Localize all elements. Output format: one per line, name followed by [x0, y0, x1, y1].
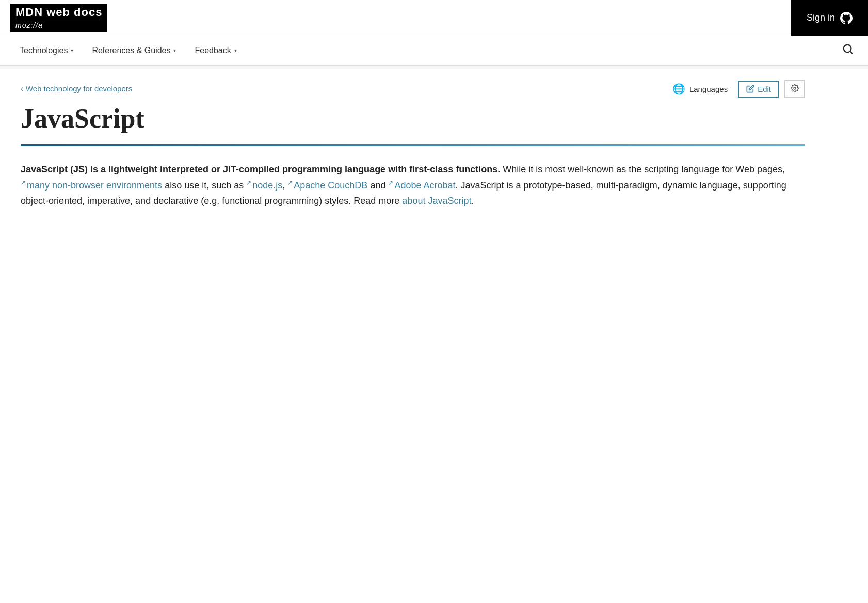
nav-technologies-label: Technologies — [20, 46, 68, 55]
search-button[interactable] — [838, 39, 858, 61]
languages-label: Languages — [689, 85, 728, 93]
intro-text-1: While it is most well-known as the scrip… — [500, 164, 785, 174]
edit-button[interactable]: Edit — [738, 81, 779, 98]
chevron-down-icon: ▾ — [234, 47, 237, 53]
nav-separator — [0, 65, 868, 69]
languages-button[interactable]: 🌐 Languages — [667, 80, 733, 98]
pencil-icon — [746, 85, 754, 93]
svg-line-1 — [850, 51, 852, 53]
gear-icon — [791, 84, 799, 92]
intro-bold: JavaScript (JS) is a lightweight interpr… — [21, 164, 500, 174]
intro-text-6: . — [471, 196, 474, 206]
many-non-browser-link[interactable]: many non-browser environments — [21, 180, 162, 191]
nav-items: Technologies ▾ References & Guides ▾ Fee… — [10, 36, 246, 65]
page-actions: 🌐 Languages Edit — [667, 80, 805, 98]
chevron-down-icon: ▾ — [173, 47, 176, 53]
logo-mdn: MDN web docs — [15, 6, 102, 19]
breadcrumb-link[interactable]: Web technology for developers — [21, 84, 132, 93]
nodejs-link[interactable]: node.js — [246, 180, 282, 191]
languages-icon: 🌐 — [672, 83, 685, 95]
sign-in-button[interactable]: Sign in — [791, 0, 868, 36]
article-body: JavaScript (JS) is a lightweight interpr… — [21, 162, 805, 209]
nav-feedback-label: Feedback — [195, 46, 231, 55]
logo-box[interactable]: MDN web docs moz://a — [10, 4, 107, 31]
page-title: JavaScript — [21, 103, 805, 134]
intro-text-3: , — [282, 180, 287, 191]
intro-paragraph: JavaScript (JS) is a lightweight interpr… — [21, 162, 805, 209]
adobe-acrobat-link[interactable]: Adobe Acrobat — [388, 180, 455, 191]
nav-references-label: References & Guides — [92, 46, 170, 55]
search-icon — [842, 43, 854, 55]
logo-area: MDN web docs moz://a — [0, 0, 118, 37]
settings-button[interactable] — [784, 80, 805, 98]
title-divider — [21, 144, 805, 146]
about-javascript-link[interactable]: about JavaScript — [402, 196, 471, 206]
chevron-down-icon: ▾ — [71, 47, 73, 53]
github-icon — [840, 12, 853, 24]
nav-bar: Technologies ▾ References & Guides ▾ Fee… — [0, 36, 868, 65]
top-header: MDN web docs moz://a Sign in — [0, 0, 868, 36]
logo-mozilla: moz://a — [15, 20, 102, 30]
intro-text-4: and — [367, 180, 388, 191]
page-meta-row: Web technology for developers 🌐 Language… — [21, 80, 805, 98]
edit-label: Edit — [758, 85, 771, 93]
nav-item-technologies[interactable]: Technologies ▾ — [10, 36, 83, 65]
sign-in-label: Sign in — [807, 12, 835, 23]
apache-couchdb-link[interactable]: Apache CouchDB — [287, 180, 367, 191]
intro-text-2: also use it, such as — [162, 180, 246, 191]
content-area: Web technology for developers 🌐 Language… — [0, 69, 826, 240]
svg-point-2 — [794, 87, 796, 89]
nav-item-feedback[interactable]: Feedback ▾ — [185, 36, 246, 65]
nav-item-references-guides[interactable]: References & Guides ▾ — [83, 36, 185, 65]
